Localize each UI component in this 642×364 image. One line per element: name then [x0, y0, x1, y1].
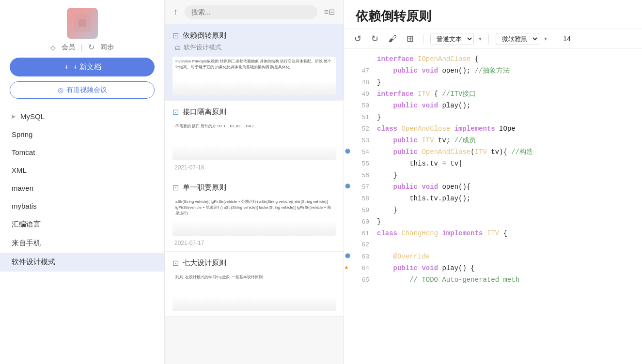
- list-view-button[interactable]: ≡⊟: [322, 5, 337, 18]
- paint-button[interactable]: 🖌: [386, 32, 399, 46]
- code-line: 55 this.tv = tv|: [344, 158, 642, 170]
- editor-content[interactable]: interface IOpenAndClose {47 public void …: [344, 49, 642, 364]
- doc-folder-row: 🗂 软件设计模式: [172, 43, 336, 52]
- sidebar-item-maven[interactable]: maven: [0, 179, 164, 197]
- doc-item-header: ⊡七大设计原则: [172, 258, 336, 268]
- doc-preview: 到则, 在设计模式的学习中(提炼) 一些基本设计原则: [172, 273, 336, 311]
- line-number: ⬤63: [352, 252, 369, 262]
- youdao-video-button[interactable]: ◎ 有道视频会议: [10, 81, 155, 99]
- line-number: 47: [352, 66, 369, 76]
- search-input[interactable]: [185, 5, 317, 19]
- diamond-icon: ◇: [50, 44, 56, 51]
- doc-preview: 不需要的 接口 用件的方 D2.1... B1,B2 ... D4.1...: [172, 121, 336, 160]
- doc-icon: ⊡: [172, 31, 179, 40]
- code-text: class ChangHong implements ITV {: [377, 228, 507, 240]
- code-text: public void play();: [377, 100, 470, 112]
- code-line: 56 }: [344, 170, 642, 182]
- code-line: interface IOpenAndClose {: [344, 54, 642, 65]
- doc-item[interactable]: ⊡接口隔离原则不需要的 接口 用件的方 D2.1... B1,B2 ... D4…: [165, 101, 344, 176]
- editor-title-area: 依赖倒转原则: [344, 0, 642, 29]
- line-number: 51: [352, 112, 369, 123]
- code-text: @Override: [377, 251, 430, 263]
- sidebar-nav: ▶MySQLSpringTomcatXMLmavenmybatis汇编语言来自手…: [0, 106, 164, 364]
- code-text: interface ITV { //ITV接口: [377, 89, 476, 100]
- editor-toolbar: ↺ ↻ 🖌 ⊞ 普通文本 ▾ 微软雅黑 ▾ 14: [344, 29, 642, 49]
- dropdown-arrow-1: ▾: [479, 35, 482, 42]
- doc-icon: ⊡: [172, 258, 179, 268]
- text-style-select[interactable]: 普通文本: [430, 33, 474, 45]
- font-select[interactable]: 微软雅黑: [496, 33, 539, 45]
- code-line: 62: [344, 240, 642, 251]
- code-line: 48}: [344, 77, 642, 89]
- code-line: ⬤57 public void open(){: [344, 182, 642, 193]
- line-number: 50: [352, 101, 369, 111]
- doc-title: 单一职责原则: [183, 183, 226, 192]
- doc-item-header: ⊡依赖倒转原则: [172, 31, 336, 40]
- toolbar-sep-1: [423, 34, 423, 44]
- doc-item-header: ⊡接口隔离原则: [172, 107, 336, 117]
- sidebar-item-label: MySQL: [20, 112, 45, 121]
- line-indicator: ⬤: [345, 252, 350, 260]
- code-line: 59 }: [344, 205, 642, 216]
- sidebar-item-mobile[interactable]: 来自手机: [0, 234, 164, 253]
- line-indicator: ⬤: [345, 182, 350, 190]
- line-number: 53: [352, 136, 369, 146]
- code-text: }: [377, 77, 381, 89]
- font-size-label: 14: [561, 35, 573, 43]
- sidebar-item-label: 汇编语言: [12, 220, 41, 229]
- line-number: 49: [352, 89, 369, 100]
- sidebar-item-label: XML: [12, 166, 27, 174]
- code-line: ▲64 public void play() {: [344, 263, 642, 274]
- editor-panel: 依赖倒转原则 ↺ ↻ 🖌 ⊞ 普通文本 ▾ 微软雅黑 ▾ 14 interfac…: [344, 0, 642, 364]
- code-text: }: [377, 216, 381, 228]
- doc-title: 七大设计原则: [183, 258, 226, 268]
- doc-item-header: ⊡单一职责原则: [172, 183, 336, 192]
- code-text: interface IOpenAndClose {: [377, 54, 479, 65]
- svg-rect-1: [78, 19, 86, 27]
- sidebar-item-spring[interactable]: Spring: [0, 125, 164, 143]
- code-line: 51}: [344, 112, 642, 123]
- line-number: 48: [352, 77, 369, 88]
- line-number: ⬤54: [352, 147, 369, 158]
- code-text: this.tv.play();: [377, 193, 470, 205]
- middle-toolbar: ↑ ≡⊟: [165, 0, 344, 24]
- sidebar-item-mybatis[interactable]: mybatis: [0, 197, 164, 215]
- new-doc-button[interactable]: ＋ + 新文档: [10, 58, 155, 76]
- sync-icon: ↻: [88, 43, 94, 52]
- redo-button[interactable]: ↻: [369, 32, 381, 46]
- line-indicator: ▲: [345, 263, 348, 272]
- table-button[interactable]: ⊞: [404, 32, 416, 46]
- code-block: interface IOpenAndClose {47 public void …: [344, 49, 642, 291]
- undo-button[interactable]: ↺: [352, 32, 364, 46]
- sidebar-item-xml[interactable]: XML: [0, 161, 164, 179]
- code-text: public void play() {: [377, 263, 475, 274]
- sidebar-item-tomcat[interactable]: Tomcat: [0, 143, 164, 161]
- code-line: 65 // TODO Auto-generated meth: [344, 274, 642, 286]
- back-button[interactable]: ↑: [172, 5, 180, 19]
- code-text: }: [377, 205, 397, 216]
- toolbar-sep-2: [488, 34, 489, 44]
- line-number: 59: [352, 205, 369, 216]
- doc-icon: ⊡: [172, 107, 179, 117]
- code-line: 53 public ITV tv; //成员: [344, 135, 642, 147]
- sidebar-item-assembly[interactable]: 汇编语言: [0, 215, 164, 234]
- expand-icon: ▶: [12, 113, 16, 120]
- sidebar-top: ◇ 会员 | ↻ 同步 ＋ + 新文档 ◎ 有道视频会议: [0, 0, 164, 106]
- code-text: }: [377, 170, 397, 182]
- sidebar-item-mysql[interactable]: ▶MySQL: [0, 107, 164, 125]
- code-line: 47 public void open(); //抽象方法: [344, 65, 642, 77]
- sidebar-item-label: Spring: [12, 130, 32, 138]
- member-label[interactable]: 会员: [62, 43, 75, 52]
- code-text: this.tv = tv|: [377, 158, 462, 170]
- doc-item[interactable]: ⊡七大设计原则到则, 在设计模式的学习中(提炼) 一些基本设计原则: [165, 252, 344, 317]
- sidebar-item-label: 来自手机: [12, 239, 41, 248]
- doc-item[interactable]: ⊡依赖倒转原则🗂 软件设计模式Inversion Principle依赖倒 转原…: [165, 24, 344, 101]
- doc-item[interactable]: ⊡单一职责原则aStr(String vehicle){ lgPirStr(ve…: [165, 176, 344, 252]
- sidebar-item-software[interactable]: 软件设计模式: [0, 253, 164, 272]
- doc-title: 接口隔离原则: [183, 107, 226, 117]
- sidebar-item-label: Tomcat: [12, 148, 35, 156]
- sync-label[interactable]: 同步: [100, 43, 114, 52]
- editor-title: 依赖倒转原则: [356, 8, 431, 25]
- doc-preview: Inversion Principle依赖倒 转原则二者都依赖抽象 具体的结构 …: [172, 57, 336, 95]
- folder-icon: 🗂: [174, 44, 181, 51]
